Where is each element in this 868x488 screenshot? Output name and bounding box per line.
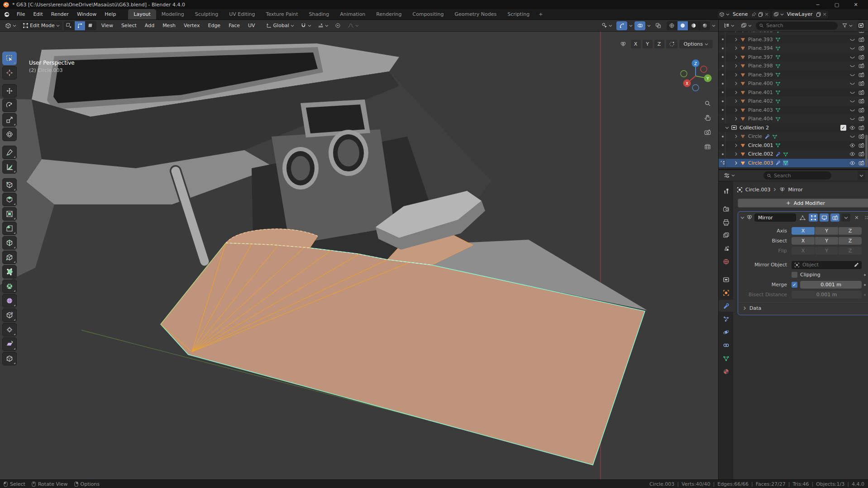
viewport-canvas[interactable]	[0, 32, 718, 479]
tab-constraints[interactable]	[719, 339, 733, 351]
mode-dropdown[interactable]: Edit Mode	[20, 21, 62, 30]
tab-output[interactable]	[719, 216, 733, 228]
expand-chevron-icon[interactable]	[734, 38, 738, 42]
hide-viewport-icon[interactable]	[849, 107, 855, 113]
minimize-button[interactable]: ─	[808, 0, 827, 9]
outliner-item-plane397[interactable]: Plane.397	[719, 53, 868, 62]
snapping-dropdown[interactable]	[298, 21, 314, 30]
expand-chevron-icon[interactable]	[734, 134, 738, 138]
tool-poly-build-button[interactable]	[2, 265, 17, 279]
add-workspace-button[interactable]: +	[535, 9, 546, 19]
axis-y-button[interactable]: Y	[815, 227, 838, 235]
snap-target-dropdown[interactable]	[315, 21, 331, 30]
flip-x-button[interactable]: X	[792, 247, 815, 255]
menu-file[interactable]: File	[13, 9, 29, 19]
render-visibility-icon[interactable]	[858, 133, 864, 139]
render-visibility-icon[interactable]	[858, 37, 864, 43]
breadcrumb-object[interactable]: Circle.003	[745, 187, 770, 193]
hide-viewport-icon[interactable]	[849, 133, 855, 139]
remove-viewlayer-button[interactable]: ×	[823, 11, 827, 17]
outliner-item-circle003[interactable]: Circle.003	[719, 159, 868, 168]
menu-window[interactable]: Window	[73, 9, 100, 19]
tool-annotate-button[interactable]	[2, 146, 17, 159]
scene-selector[interactable]: Scene ×	[718, 10, 770, 19]
hide-viewport-icon[interactable]	[849, 142, 855, 148]
properties-editor-type-button[interactable]	[721, 171, 737, 180]
hide-viewport-icon[interactable]	[849, 160, 855, 166]
axis-x-button[interactable]: X	[792, 227, 815, 235]
tool-smooth-button[interactable]	[2, 294, 17, 308]
hide-viewport-icon[interactable]	[849, 81, 855, 86]
shading-solid-button[interactable]	[677, 21, 688, 30]
tool-inset-faces-button[interactable]	[2, 207, 17, 221]
viewport-menu-view[interactable]: View	[98, 23, 116, 28]
tab-texture-paint[interactable]: Texture Paint	[261, 9, 304, 19]
render-visibility-icon[interactable]	[858, 32, 864, 33]
outliner-item-circle002[interactable]: Circle.002	[719, 150, 868, 159]
edge-select-button[interactable]	[75, 21, 86, 30]
render-visibility-icon[interactable]	[858, 160, 864, 166]
viewport-3d[interactable]: User Perspective (2) Circle.003	[0, 32, 718, 479]
render-visibility-icon[interactable]	[858, 90, 864, 95]
viewport-menu-vertex[interactable]: Vertex	[181, 23, 203, 28]
render-visibility-icon[interactable]	[858, 81, 864, 86]
maximize-button[interactable]: ▢	[827, 0, 846, 9]
object-type-visibility-dropdown[interactable]	[599, 21, 615, 30]
outliner-item-plane400[interactable]: Plane.400	[719, 79, 868, 88]
tab-collection[interactable]	[719, 274, 733, 285]
collapse-chevron-icon[interactable]	[725, 126, 729, 130]
viewport-menu-select[interactable]: Select	[118, 23, 140, 28]
tool-select-box-button[interactable]	[2, 52, 17, 65]
tool-bevel-button[interactable]	[2, 222, 17, 235]
tool-scale-button[interactable]	[2, 113, 17, 127]
modifier-oncage-toggle[interactable]	[798, 213, 807, 222]
clipping-checkbox[interactable]	[792, 272, 797, 278]
tab-scene[interactable]	[719, 242, 733, 254]
bisect-distance-field[interactable]: 0.001 m	[792, 291, 862, 298]
tab-layout[interactable]: Layout	[128, 9, 156, 19]
axis-z-button[interactable]: Z	[839, 227, 862, 235]
tab-particles[interactable]	[719, 313, 733, 325]
viewlayer-selector[interactable]: ViewLayer ×	[772, 10, 828, 19]
bisect-z-button[interactable]: Z	[839, 237, 862, 245]
bisect-distance-decorator[interactable]	[862, 294, 868, 296]
hide-viewport-icon[interactable]	[849, 151, 855, 157]
overlays-dropdown-icon[interactable]	[647, 24, 651, 28]
outliner-item-circle001[interactable]: Circle.001	[719, 141, 868, 150]
outliner-item-plane392[interactable]: Plane.392	[719, 32, 868, 35]
snap-symmetry-button[interactable]	[666, 40, 677, 48]
clipping-decorator[interactable]	[862, 274, 868, 276]
tab-world[interactable]	[719, 256, 733, 267]
outliner-item-plane393[interactable]: Plane.393	[719, 35, 868, 44]
mirror-x-button[interactable]: X	[631, 40, 641, 48]
tab-animation[interactable]: Animation	[334, 9, 371, 19]
tab-object[interactable]	[719, 287, 733, 298]
tab-compositing[interactable]: Compositing	[407, 9, 449, 19]
viewport-menu-face[interactable]: Face	[225, 23, 243, 28]
tab-scripting[interactable]: Scripting	[502, 9, 535, 19]
pan-button[interactable]	[703, 113, 712, 122]
outliner-item-plane398[interactable]: Plane.398	[719, 62, 868, 71]
outliner-item-plane403[interactable]: Plane.403	[719, 106, 868, 115]
unlink-scene-button[interactable]: ×	[765, 11, 769, 17]
menu-edit[interactable]: Edit	[29, 9, 47, 19]
outliner-item-circle[interactable]: Circle	[719, 132, 868, 141]
tab-uv-editing[interactable]: UV Editing	[224, 9, 260, 19]
new-collection-button[interactable]	[857, 21, 865, 30]
tool-rip-region-button[interactable]	[2, 352, 17, 365]
hide-viewport-icon[interactable]	[849, 37, 855, 43]
expand-chevron-icon[interactable]	[734, 152, 738, 156]
tab-rendering[interactable]: Rendering	[371, 9, 407, 19]
vertex-select-button[interactable]	[64, 21, 75, 30]
render-visibility-icon[interactable]	[858, 98, 864, 104]
render-visibility-icon[interactable]	[858, 142, 864, 148]
hide-viewport-icon[interactable]	[849, 45, 855, 51]
tab-physics[interactable]	[719, 326, 733, 338]
shading-wireframe-button[interactable]	[667, 21, 677, 30]
merge-threshold-field[interactable]: 0.001 m	[800, 281, 862, 289]
tab-material[interactable]	[719, 365, 733, 377]
close-button[interactable]: ✕	[846, 0, 865, 9]
outliner-search[interactable]	[756, 22, 838, 30]
data-subpanel[interactable]: Data	[738, 302, 868, 311]
tab-shading[interactable]: Shading	[304, 9, 335, 19]
